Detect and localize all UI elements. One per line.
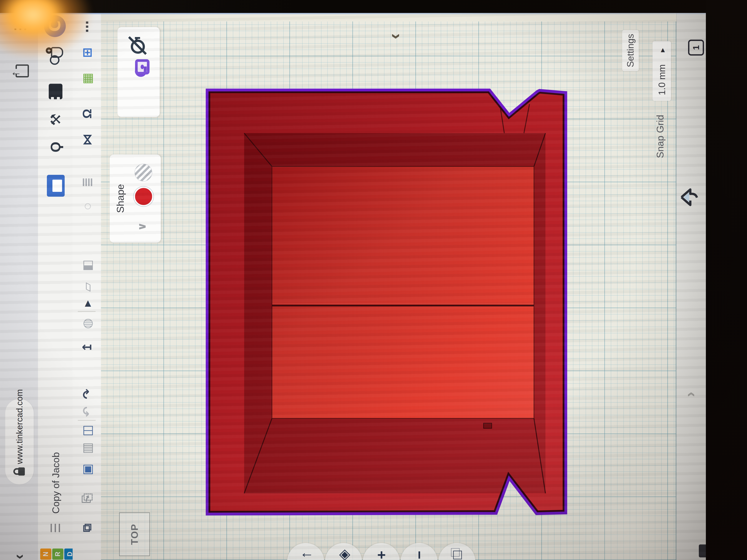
- mirror[interactable]: ⋈: [76, 129, 98, 151]
- mode-sim-lab-apple[interactable]: Ϙ +: [45, 136, 66, 158]
- settings-button[interactable]: Settings: [622, 30, 639, 71]
- solid-color-swatch[interactable]: [134, 187, 153, 206]
- tray-faces: [206, 88, 567, 515]
- share-arrow-glyph: ↑: [8, 71, 22, 77]
- shape-inspector-panel: Shape ∨: [110, 155, 161, 243]
- browser-back-button[interactable]: ‹: [11, 554, 26, 559]
- viewcube-label: TOP: [129, 524, 140, 545]
- group[interactable]: ◧: [76, 254, 98, 276]
- dropdown-caret-icon: ▸: [657, 48, 667, 52]
- tablet-screen: ‹ www.tinkercad.com ↑ ⋮ TINKERCAD Copy o…: [0, 13, 706, 560]
- tablet-bezel-top: [0, 0, 747, 13]
- logo-tile-R: R: [52, 549, 63, 560]
- logo-tile-N: N: [40, 549, 51, 560]
- viewcube-top[interactable]: TOP: [119, 512, 150, 556]
- lock-visibility-panel: [118, 27, 160, 117]
- ungroup[interactable]: ▱: [76, 276, 98, 298]
- mode-minecraft-pickaxe[interactable]: ⚒ +: [45, 108, 66, 131]
- browser-menu-icon[interactable]: ⋮: [10, 20, 32, 38]
- align[interactable]: ≣: [76, 171, 98, 193]
- tray-clip-step: [484, 423, 492, 428]
- tinkercad-logo[interactable]: TINKERCAD: [40, 548, 77, 560]
- snap-grid-value: 1.0 mm: [656, 64, 667, 95]
- app-header: TINKERCAD Copy of Jacob + Ϙ +: [38, 13, 73, 560]
- lock-icon[interactable]: [128, 59, 150, 79]
- expand-shapes-panel-chevron-icon[interactable]: ‹: [384, 33, 405, 39]
- workplane[interactable]: ⊞: [76, 42, 98, 64]
- edit-toolbar: ⧉⎘▣▥◫↶↷↥◍▶▱◧◌≣⋈Ω▦⊞⋯: [73, 13, 101, 560]
- bottom-bar: › 1: [676, 13, 706, 560]
- blocks[interactable]: ▦: [76, 68, 98, 90]
- paste[interactable]: ⎘: [76, 487, 98, 509]
- browser-toolbar: ‹ www.tinkercad.com ↑ ⋮: [0, 13, 38, 560]
- inspector-collapse-chevron-icon[interactable]: ∨: [135, 222, 148, 231]
- select-outline[interactable]: ◌: [76, 195, 98, 217]
- snap-grid-dropdown[interactable]: 1.0 mm ▸: [652, 41, 671, 101]
- snap-grid-label: Snap Grid: [654, 105, 666, 158]
- tab-counter[interactable]: 1: [688, 39, 704, 56]
- url-bar[interactable]: www.tinkercad.com: [5, 399, 34, 484]
- trash[interactable]: ◫: [76, 420, 98, 442]
- design-menu-icon[interactable]: [49, 519, 62, 532]
- settings-label: Settings: [625, 34, 636, 68]
- raise-arrow[interactable]: ↥: [76, 336, 98, 358]
- hole-swatch[interactable]: [134, 164, 152, 182]
- mode-3d-grid-active[interactable]: +: [47, 175, 65, 197]
- show-all[interactable]: ◍: [76, 313, 98, 335]
- redo[interactable]: ↷: [76, 383, 98, 405]
- tablet-bezel-right: [706, 0, 747, 560]
- copy[interactable]: ⧉: [76, 517, 98, 539]
- design-title[interactable]: Copy of Jacob: [50, 452, 61, 514]
- 3d-canvas[interactable]: TOP ↑◈+−□ Shape ∨: [101, 13, 676, 560]
- share-icon[interactable]: ↑: [11, 61, 29, 81]
- duplicate[interactable]: ▣: [76, 458, 98, 481]
- url-text: www.tinkercad.com: [15, 389, 24, 464]
- https-lock-icon: [14, 467, 26, 476]
- inspector-title: Shape: [114, 155, 126, 243]
- avatar[interactable]: C +: [44, 15, 66, 37]
- mode-bricks[interactable]: +: [45, 80, 66, 103]
- share-people[interactable]: +: [45, 46, 66, 68]
- tinkercad-ui-rotated: ‹ www.tinkercad.com ↑ ⋮ TINKERCAD Copy o…: [0, 13, 706, 560]
- tab-count-value: 1: [691, 45, 701, 50]
- red-tray-model[interactable]: [101, 13, 676, 560]
- more[interactable]: ⋯: [76, 16, 98, 38]
- hide-eye-slash-icon[interactable]: [127, 34, 149, 56]
- snap-magnet[interactable]: Ω: [76, 103, 98, 125]
- expand-drawer-arrow-icon[interactable]: [680, 187, 702, 207]
- cutoff-corner-icon: [699, 544, 706, 557]
- photo-of-tablet: { "browser": { "url": "www.tinkercad.com…: [0, 0, 747, 560]
- bottom-chevron-icon[interactable]: ›: [681, 392, 699, 397]
